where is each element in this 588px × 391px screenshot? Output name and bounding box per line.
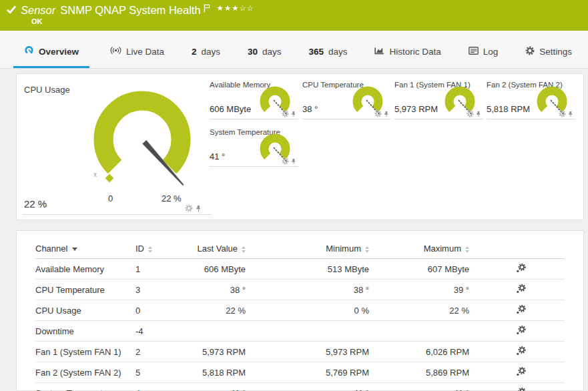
- gauge-pin-icon[interactable]: [290, 111, 297, 117]
- gauge-value: 22 %: [24, 198, 47, 210]
- table-row: System Temperature 4 41 ° 41 ° 41 °: [35, 383, 565, 391]
- tab-label: days: [201, 47, 220, 57]
- gauge-value: 5,973 RPM: [394, 104, 438, 114]
- channel-settings-icon[interactable]: [516, 387, 526, 391]
- tab-label: days: [328, 47, 348, 57]
- column-header-maximum[interactable]: Maximum: [369, 238, 469, 259]
- live-data-icon: [110, 46, 121, 57]
- gauge-settings-gear-icon[interactable]: [185, 204, 193, 212]
- gauge-tile-cpu-temperature: CPU Temperature 38 °: [302, 81, 391, 119]
- channel-maximum: 607 MByte: [369, 259, 469, 280]
- channel-settings-icon[interactable]: [516, 366, 526, 376]
- column-header-channel[interactable]: Channel: [35, 238, 135, 259]
- tab-number: 2: [192, 47, 197, 57]
- channel-minimum: 0 %: [246, 300, 369, 321]
- channels-table: Channel ID Last Value Minimum Maximum Av…: [35, 238, 565, 391]
- channel-minimum: [246, 321, 369, 342]
- channel-last-value: 38 °: [192, 280, 246, 300]
- table-row: Available Memory 1 606 MByte 513 MByte 6…: [35, 259, 565, 280]
- channels-table-panel: Channel ID Last Value Minimum Maximum Av…: [16, 230, 584, 391]
- flag-icon[interactable]: [204, 4, 210, 15]
- status-ok-check-icon: [6, 5, 17, 16]
- channel-maximum: [369, 321, 469, 342]
- column-header-minimum[interactable]: Minimum: [246, 238, 369, 259]
- channel-name: Available Memory: [35, 259, 135, 280]
- gauge-value: 41 °: [210, 151, 225, 161]
- sort-icon: [242, 246, 246, 253]
- channel-minimum: 5,769 RPM: [246, 362, 369, 383]
- gauge-pin-icon[interactable]: [195, 205, 202, 212]
- table-row: CPU Usage 0 22 % 0 % 22 %: [35, 300, 565, 321]
- channel-last-value: 5,973 RPM: [192, 342, 246, 362]
- stars-empty[interactable]: ☆☆: [240, 3, 255, 13]
- channel-name: Downtime: [35, 321, 135, 342]
- tab-365-days[interactable]: 365 days: [302, 37, 354, 68]
- table-row: CPU Temperature 3 38 ° 38 ° 39 °: [35, 280, 565, 300]
- gauge-icon: [24, 45, 34, 57]
- sensor-status-bar: Sensor SNMP QNAP System Health ★★★☆☆ OK: [0, 0, 588, 31]
- gauge-pin-icon[interactable]: [567, 111, 574, 117]
- channel-settings-icon[interactable]: [516, 284, 526, 294]
- channel-id: 5: [135, 362, 192, 383]
- gauge-settings-gear-icon[interactable]: [282, 157, 289, 165]
- gauge-settings-gear-icon[interactable]: [374, 110, 382, 117]
- tab-historic-data[interactable]: Historic Data: [368, 37, 447, 68]
- table-row: Fan 1 (System FAN 1) 2 5,973 RPM 5,973 R…: [35, 342, 565, 362]
- tab-label: Historic Data: [389, 47, 440, 57]
- sort-icon: [465, 246, 469, 253]
- channel-settings-icon[interactable]: [516, 325, 526, 335]
- channel-id: 4: [135, 383, 192, 391]
- tab-30-days[interactable]: 30 days: [241, 37, 288, 68]
- channel-last-value: [192, 321, 246, 342]
- channel-minimum: 41 °: [246, 383, 369, 391]
- gauge-tile-available-memory: Available Memory 606 MByte: [210, 81, 298, 119]
- sort-desc-icon: [72, 248, 77, 251]
- gauge-pin-icon[interactable]: [290, 158, 297, 165]
- channel-last-value: 41 °: [192, 383, 246, 391]
- gauge-start-marker: x: [93, 171, 97, 178]
- cpu-usage-gauge: [72, 78, 212, 206]
- channel-id: -4: [135, 321, 192, 342]
- tab-label: Log: [483, 47, 499, 57]
- tab-overview[interactable]: Overview: [13, 37, 89, 68]
- channel-id: 2: [135, 342, 192, 362]
- gauge-settings-gear-icon[interactable]: [467, 110, 474, 117]
- page-title: SNMP QNAP System Health: [60, 3, 200, 17]
- tab-live-data[interactable]: Live Data: [103, 37, 171, 68]
- channel-last-value: 22 %: [192, 300, 246, 321]
- column-header-id[interactable]: ID: [135, 238, 192, 259]
- channel-minimum: 5,973 RPM: [246, 342, 369, 362]
- gauge-title: CPU Usage: [24, 85, 70, 95]
- tab-log[interactable]: Log: [462, 37, 505, 68]
- channel-last-value: 606 MByte: [192, 259, 246, 280]
- priority-stars[interactable]: ★★★☆☆: [217, 3, 255, 13]
- gauge-tile-fan1: Fan 1 (System FAN 1) 5,973 RPM: [394, 81, 483, 119]
- gauge-pin-icon[interactable]: [475, 111, 482, 117]
- gauge-pin-icon[interactable]: [383, 111, 390, 117]
- tab-settings[interactable]: Settings: [519, 37, 579, 68]
- gauge-settings-gear-icon[interactable]: [282, 110, 289, 117]
- channel-settings-icon[interactable]: [516, 263, 526, 273]
- channel-maximum: 22 %: [369, 300, 469, 321]
- gauge-scale-max: 22 %: [162, 193, 182, 204]
- tab-number: 365: [308, 47, 324, 57]
- gauge-settings-gear-icon[interactable]: [559, 110, 566, 117]
- table-row: Fan 2 (System FAN 2) 5 5,818 RPM 5,769 R…: [35, 362, 565, 383]
- channel-settings-icon[interactable]: [516, 304, 526, 314]
- channel-settings-icon[interactable]: [516, 346, 526, 356]
- tab-number: 30: [248, 47, 258, 57]
- gauge-value: 38 °: [302, 104, 318, 114]
- tab-label: Overview: [39, 47, 79, 57]
- channel-name: Fan 1 (System FAN 1): [35, 342, 135, 362]
- channel-minimum: 38 °: [246, 280, 369, 300]
- stars-filled[interactable]: ★★★: [217, 3, 240, 13]
- tab-2-days[interactable]: 2 days: [185, 37, 227, 68]
- column-header-last-value[interactable]: Last Value: [192, 238, 246, 259]
- gauge-scale-min: 0: [108, 193, 113, 204]
- gauge-tile-system-temperature: System Temperature 41 °: [210, 128, 298, 167]
- channel-name: Fan 2 (System FAN 2): [35, 362, 135, 383]
- object-type-label: Sensor: [21, 3, 55, 17]
- channel-name: System Temperature: [35, 383, 135, 391]
- tab-label: Settings: [539, 47, 572, 57]
- channel-id: 1: [135, 259, 192, 280]
